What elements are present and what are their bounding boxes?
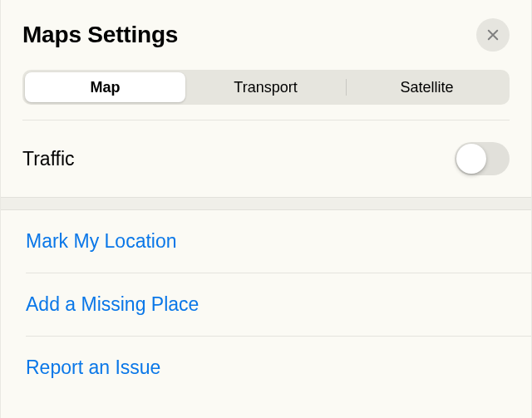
map-type-segmented-wrap: Map Transport Satellite	[1, 60, 531, 120]
seg-label: Satellite	[400, 79, 453, 96]
maps-settings-panel: Maps Settings Map Transport Satellite Tr…	[0, 0, 532, 418]
action-label: Add a Missing Place	[26, 293, 199, 315]
seg-label: Transport	[234, 79, 297, 96]
action-label: Mark My Location	[26, 230, 177, 252]
seg-map[interactable]: Map	[25, 72, 185, 102]
map-type-segmented: Map Transport Satellite	[22, 70, 510, 105]
page-title: Maps Settings	[22, 22, 178, 48]
close-button[interactable]	[476, 18, 510, 52]
toggle-knob	[456, 144, 486, 174]
action-label: Report an Issue	[26, 357, 160, 378]
add-missing-place-button[interactable]: Add a Missing Place	[1, 273, 531, 336]
mark-my-location-button[interactable]: Mark My Location	[1, 210, 531, 273]
section-gap	[1, 197, 531, 210]
traffic-row: Traffic	[1, 120, 531, 197]
traffic-toggle[interactable]	[455, 142, 510, 175]
seg-label: Map	[91, 79, 121, 96]
report-an-issue-button[interactable]: Report an Issue	[1, 337, 531, 399]
close-icon	[485, 27, 500, 42]
traffic-label: Traffic	[22, 148, 75, 170]
header: Maps Settings	[1, 0, 531, 60]
seg-transport[interactable]: Transport	[185, 72, 346, 102]
seg-satellite[interactable]: Satellite	[347, 72, 507, 102]
